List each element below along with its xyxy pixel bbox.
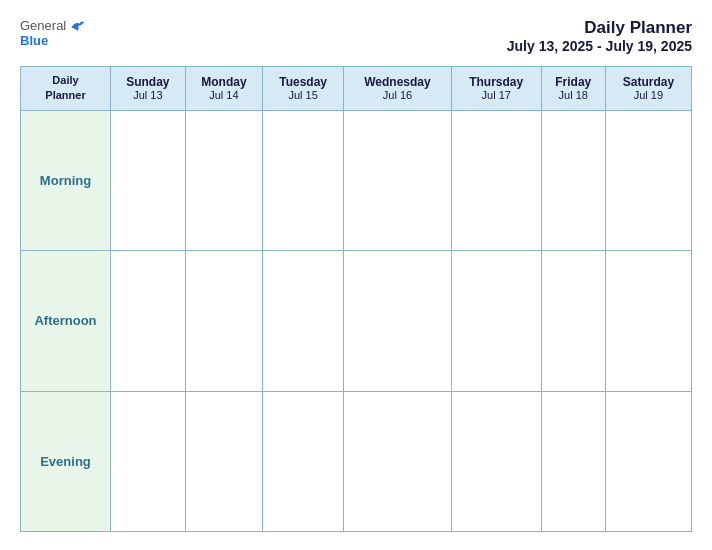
date-tue: Jul 15 — [267, 89, 339, 101]
col-header-wed: Wednesday Jul 16 — [344, 67, 452, 111]
cell-afternoon-mon[interactable] — [185, 251, 263, 391]
header-row: Daily Planner Sunday Jul 13 Monday Jul 1… — [21, 67, 692, 111]
cell-morning-wed[interactable] — [344, 110, 452, 250]
col-header-sun: Sunday Jul 13 — [111, 67, 186, 111]
cell-morning-sat[interactable] — [605, 110, 691, 250]
col-header-thu: Thursday Jul 17 — [451, 67, 541, 111]
row-evening: Evening — [21, 391, 692, 531]
title-area: Daily Planner July 13, 2025 - July 19, 2… — [507, 18, 692, 54]
daily-planner-header-cell: Daily Planner — [21, 67, 111, 111]
logo-blue-text: Blue — [20, 33, 48, 48]
col-header-tue: Tuesday Jul 15 — [263, 67, 344, 111]
cell-afternoon-wed[interactable] — [344, 251, 452, 391]
cell-afternoon-tue[interactable] — [263, 251, 344, 391]
date-thu: Jul 17 — [456, 89, 537, 101]
logo-area: General Blue — [20, 18, 86, 48]
cell-afternoon-thu[interactable] — [451, 251, 541, 391]
day-name-wed: Wednesday — [348, 75, 447, 89]
cell-afternoon-sat[interactable] — [605, 251, 691, 391]
row-afternoon: Afternoon — [21, 251, 692, 391]
logo-text: General — [20, 18, 86, 33]
time-label-morning: Morning — [21, 110, 111, 250]
cell-morning-mon[interactable] — [185, 110, 263, 250]
date-sat: Jul 19 — [610, 89, 687, 101]
row-morning: Morning — [21, 110, 692, 250]
cell-morning-tue[interactable] — [263, 110, 344, 250]
date-wed: Jul 16 — [348, 89, 447, 101]
col-header-mon: Monday Jul 14 — [185, 67, 263, 111]
cell-evening-mon[interactable] — [185, 391, 263, 531]
day-name-mon: Monday — [190, 75, 259, 89]
cell-evening-tue[interactable] — [263, 391, 344, 531]
daily-planner-label: Daily Planner — [45, 74, 85, 101]
logo-bird-icon — [70, 19, 86, 33]
logo-general-text: General — [20, 18, 66, 33]
cell-evening-fri[interactable] — [541, 391, 605, 531]
cell-evening-sun[interactable] — [111, 391, 186, 531]
cell-afternoon-fri[interactable] — [541, 251, 605, 391]
day-name-tue: Tuesday — [267, 75, 339, 89]
cell-evening-sat[interactable] — [605, 391, 691, 531]
cell-morning-sun[interactable] — [111, 110, 186, 250]
day-name-thu: Thursday — [456, 75, 537, 89]
cell-evening-thu[interactable] — [451, 391, 541, 531]
cell-morning-thu[interactable] — [451, 110, 541, 250]
col-header-fri: Friday Jul 18 — [541, 67, 605, 111]
time-label-afternoon: Afternoon — [21, 251, 111, 391]
header: General Blue Daily Planner July 13, 2025… — [20, 18, 692, 54]
date-fri: Jul 18 — [546, 89, 601, 101]
cell-morning-fri[interactable] — [541, 110, 605, 250]
page: General Blue Daily Planner July 13, 2025… — [0, 0, 712, 550]
calendar-table: Daily Planner Sunday Jul 13 Monday Jul 1… — [20, 66, 692, 532]
day-name-sun: Sunday — [115, 75, 181, 89]
cell-evening-wed[interactable] — [344, 391, 452, 531]
day-name-sat: Saturday — [610, 75, 687, 89]
date-sun: Jul 13 — [115, 89, 181, 101]
day-name-fri: Friday — [546, 75, 601, 89]
main-title: Daily Planner — [507, 18, 692, 38]
date-range: July 13, 2025 - July 19, 2025 — [507, 38, 692, 54]
col-header-sat: Saturday Jul 19 — [605, 67, 691, 111]
date-mon: Jul 14 — [190, 89, 259, 101]
cell-afternoon-sun[interactable] — [111, 251, 186, 391]
time-label-evening: Evening — [21, 391, 111, 531]
